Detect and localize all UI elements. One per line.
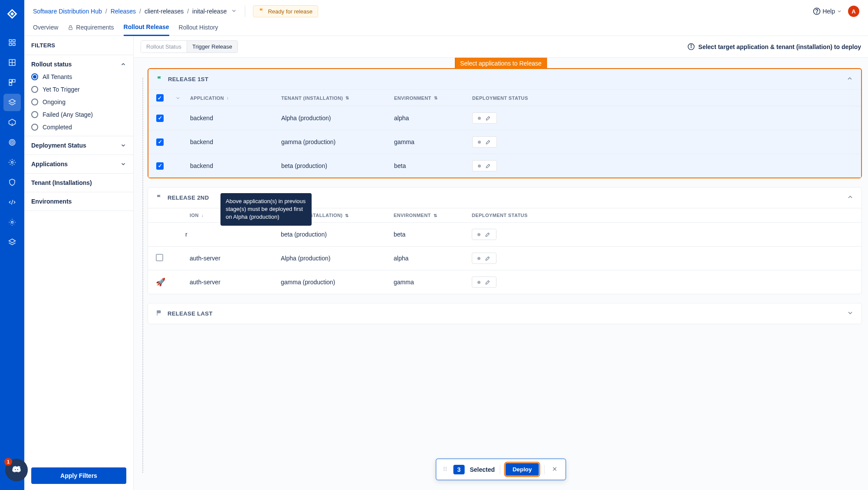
svg-point-32 xyxy=(444,470,444,471)
timeline-connector xyxy=(142,78,143,473)
tab-requirements[interactable]: Requirements xyxy=(68,23,114,36)
group-title-1: RELEASE 1ST xyxy=(168,76,208,82)
table-row: backend beta (production) beta xyxy=(148,154,861,178)
help-button[interactable]: Help xyxy=(813,7,842,15)
nav-packages[interactable] xyxy=(3,114,21,131)
nav-grid[interactable] xyxy=(3,54,21,71)
cell-env: gamma xyxy=(394,138,472,145)
nav-admin[interactable] xyxy=(3,214,21,231)
rocket-icon xyxy=(485,163,491,169)
app-logo[interactable] xyxy=(4,6,20,22)
col-deployment[interactable]: DEPLOYMENT STATUS xyxy=(472,213,567,218)
group-header-3[interactable]: RELEASE LAST xyxy=(148,303,861,324)
svg-point-23 xyxy=(691,45,691,45)
breadcrumb-root[interactable]: Software Distribution Hub xyxy=(33,8,102,15)
filter-option-yet-to-trigger[interactable]: Yet To Trigger xyxy=(31,86,126,93)
filter-option-ongoing[interactable]: Ongoing xyxy=(31,99,126,105)
radio-icon xyxy=(31,86,38,93)
filter-applications-header[interactable]: Applications xyxy=(24,155,133,173)
drag-grip-icon[interactable] xyxy=(442,466,448,473)
help-label: Help xyxy=(822,8,835,15)
deploy-button[interactable]: Deploy xyxy=(506,463,539,476)
segment-rollout-status[interactable]: Rollout Status xyxy=(141,41,187,53)
deployment-status-pill[interactable] xyxy=(472,160,497,171)
group-title-2: RELEASE 2ND xyxy=(168,194,209,201)
nav-layers[interactable] xyxy=(3,233,21,251)
svg-rect-0 xyxy=(9,39,11,42)
user-avatar[interactable]: A xyxy=(848,6,859,17)
rocket-emoji-icon: 🚀 xyxy=(156,278,165,286)
svg-point-34 xyxy=(446,468,447,469)
cell-env: gamma xyxy=(394,279,472,286)
svg-point-13 xyxy=(12,142,13,143)
release-dropdown-icon[interactable] xyxy=(231,8,237,15)
deployment-status-pill[interactable] xyxy=(472,276,496,288)
nav-target[interactable] xyxy=(3,134,21,151)
close-floatbar-button[interactable] xyxy=(549,466,559,474)
lock-icon xyxy=(68,25,73,30)
segment-trigger-release[interactable]: Trigger Release xyxy=(187,41,237,53)
filter-tenants-header[interactable]: Tenant (Installations) xyxy=(24,174,133,192)
breadcrumb-releases[interactable]: Releases xyxy=(111,8,136,15)
cell-env: alpha xyxy=(394,115,472,122)
nav-settings[interactable] xyxy=(3,154,21,171)
selection-floatbar: 3 Selected Deploy xyxy=(436,458,566,480)
filter-option-all-tenants[interactable]: All Tenants xyxy=(31,73,126,80)
nav-dashboard[interactable] xyxy=(3,34,21,51)
col-tenant[interactable]: TENANT (INSTALLATION) ⇅ xyxy=(281,94,394,102)
row-checkbox[interactable] xyxy=(156,254,163,261)
apply-filters-button[interactable]: Apply Filters xyxy=(31,467,126,484)
nav-apps[interactable] xyxy=(3,74,21,91)
chevron-down-icon xyxy=(847,309,854,318)
filter-rollout-status-header[interactable]: Rollout status xyxy=(24,55,133,73)
tab-requirements-label: Requirements xyxy=(76,24,114,31)
col-environment[interactable]: ENVIRONMENT ⇅ xyxy=(394,94,472,102)
cell-app: auth-server xyxy=(190,279,281,286)
tab-rollout-history[interactable]: Rollout History xyxy=(179,23,218,36)
deployment-status-pill[interactable] xyxy=(472,253,496,264)
row-checkbox[interactable] xyxy=(156,115,164,122)
col-application[interactable]: APPLICATION ↓ xyxy=(190,94,281,102)
cell-env: beta xyxy=(394,162,472,169)
group-header-1[interactable]: RELEASE 1ST xyxy=(148,69,861,89)
select-all-checkbox[interactable] xyxy=(156,94,164,102)
row-checkbox[interactable] xyxy=(156,138,164,146)
breadcrumb-release[interactable]: inital-release xyxy=(192,8,227,15)
svg-point-16 xyxy=(11,221,13,224)
breadcrumb-bundle[interactable]: client-releases xyxy=(145,8,184,15)
filter-option-completed[interactable]: Completed xyxy=(31,124,126,131)
tab-rollout-release[interactable]: Rollout Release xyxy=(124,23,169,36)
selection-label: Selected xyxy=(470,466,495,473)
tabs: Overview Requirements Rollout Release Ro… xyxy=(24,19,868,36)
cell-app: backend xyxy=(190,138,281,145)
filter-option-failed[interactable]: Failed (Any Stage) xyxy=(31,111,126,118)
cell-tenant: beta (production) xyxy=(281,231,394,238)
cell-tenant: Alpha (production) xyxy=(281,115,394,122)
discord-button[interactable]: 1 xyxy=(5,459,28,481)
filter-deployment-status-header[interactable]: Deployment Status xyxy=(24,136,133,155)
nav-security[interactable] xyxy=(3,174,21,191)
svg-line-15 xyxy=(12,200,13,205)
chevron-up-icon xyxy=(120,61,126,67)
svg-rect-1 xyxy=(13,39,15,42)
table-row: backend Alpha (production) alpha xyxy=(148,106,861,130)
tab-overview[interactable]: Overview xyxy=(33,23,58,36)
deployment-status-pill[interactable] xyxy=(472,112,497,124)
col-deployment[interactable]: DEPLOYMENT STATUS xyxy=(472,94,568,102)
row-checkbox[interactable] xyxy=(156,162,164,170)
rocket-icon xyxy=(485,115,491,121)
chevron-down-icon[interactable] xyxy=(175,95,181,101)
filter-environments-header[interactable]: Environments xyxy=(24,192,133,210)
nav-distribution[interactable] xyxy=(3,94,21,111)
nav-code[interactable] xyxy=(3,194,21,211)
checkered-flag-icon xyxy=(156,310,162,318)
table-row: auth-server Alpha (production) alpha xyxy=(148,246,861,270)
deployment-status-pill[interactable] xyxy=(472,136,497,148)
col-environment[interactable]: ENVIRONMENT ⇅ xyxy=(394,213,472,218)
cell-tenant: Alpha (production) xyxy=(281,255,394,262)
toolbar-info-text: Select target application & tenant (inst… xyxy=(698,43,861,50)
cell-tenant: gamma (production) xyxy=(281,138,394,145)
deployment-status-pill[interactable] xyxy=(472,229,496,240)
radio-icon xyxy=(31,111,38,118)
svg-rect-8 xyxy=(13,79,15,82)
